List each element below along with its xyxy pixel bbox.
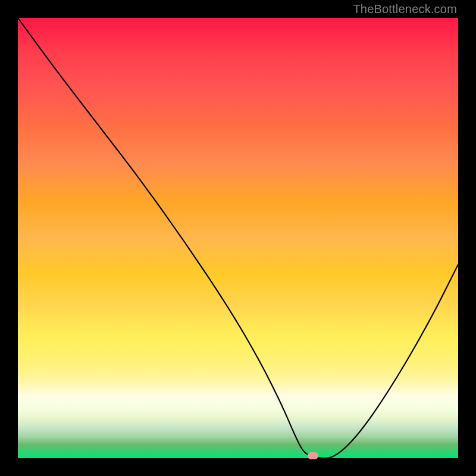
plot-area <box>18 18 458 458</box>
bottleneck-curve <box>18 18 458 458</box>
optimal-marker <box>308 452 318 459</box>
chart-frame: TheBottleneck.com <box>0 0 476 476</box>
watermark-text: TheBottleneck.com <box>353 2 457 16</box>
